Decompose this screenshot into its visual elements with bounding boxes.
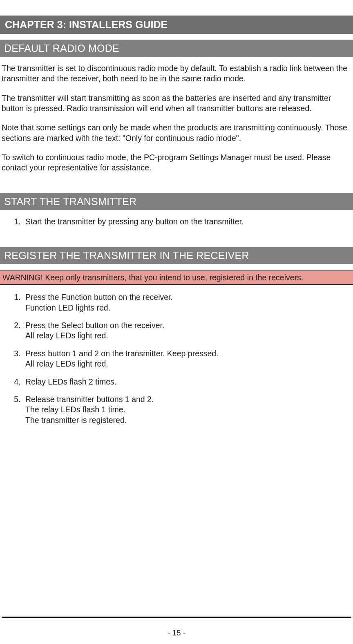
section-header-start-transmitter: START THE TRANSMITTER: [0, 193, 353, 210]
step-subtext: Function LED lights red.: [25, 303, 353, 313]
list-item: Press the Select button on the receiver.…: [23, 320, 353, 341]
step-subtext: All relay LEDs light red.: [25, 359, 353, 369]
list-item: Press the Function button on the receive…: [23, 292, 353, 313]
page-number: - 15 -: [0, 628, 353, 638]
section-header-default-radio: DEFAULT RADIO MODE: [0, 40, 353, 57]
footer-rule: [2, 617, 351, 620]
step-text: Start the transmitter by pressing any bu…: [25, 217, 244, 226]
section-header-register-transmitter: REGISTER THE TRANSMITTER IN THE RECEIVER: [0, 247, 353, 264]
step-text: Press the Function button on the receive…: [25, 293, 173, 302]
step-subtext: The transmitter is registered.: [25, 415, 353, 425]
step-subtext: The relay LEDs flash 1 time.: [25, 405, 353, 415]
list-item: Press button 1 and 2 on the transmitter.…: [23, 349, 353, 369]
step-subtext: All relay LEDs light red.: [25, 331, 353, 341]
paragraph: The transmitter is set to discontinuous …: [2, 63, 351, 84]
step-text: Release transmitter buttons 1 and 2.: [25, 395, 154, 404]
step-text: Press button 1 and 2 on the transmitter.…: [25, 349, 219, 358]
start-transmitter-steps: Start the transmitter by pressing any bu…: [0, 217, 353, 227]
paragraph: Note that some settings can only be made…: [2, 123, 351, 143]
page: CHAPTER 3: INSTALLERS GUIDE DEFAULT RADI…: [0, 0, 353, 425]
register-transmitter-steps: Press the Function button on the receive…: [0, 292, 353, 425]
step-text: Press the Select button on the receiver.: [25, 321, 164, 330]
default-radio-body: The transmitter is set to discontinuous …: [2, 63, 351, 173]
paragraph: To switch to continuous radio mode, the …: [2, 152, 351, 173]
paragraph: The transmitter will start transmitting …: [2, 93, 351, 114]
list-item: Relay LEDs flash 2 times.: [23, 377, 353, 387]
list-item: Start the transmitter by pressing any bu…: [23, 217, 353, 227]
warning-banner: WARNING! Keep only transmitters, that yo…: [0, 271, 353, 285]
list-item: Release transmitter buttons 1 and 2. The…: [23, 394, 353, 425]
chapter-title: CHAPTER 3: INSTALLERS GUIDE: [0, 16, 353, 34]
step-text: Relay LEDs flash 2 times.: [25, 377, 116, 386]
